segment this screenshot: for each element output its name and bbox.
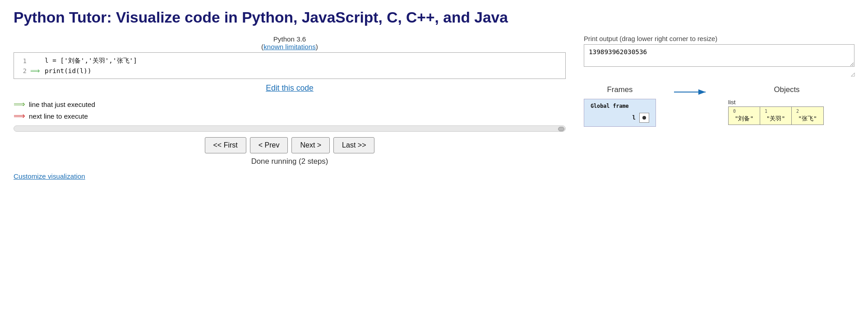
done-status: Done running (2 steps) [14,157,566,166]
scrollbar-track[interactable] [14,125,566,132]
line-num-2: 2 [18,67,27,74]
legend-green-label: line that just executed [29,101,95,108]
objects-title: Objects [728,85,845,94]
first-button[interactable]: << First [205,137,246,153]
legend-red: ⟹ next line to execute [14,111,566,121]
line-arrow-2: ⟹ [30,67,41,75]
language-label: Python 3.6 [273,35,306,43]
legend-green: ⟹ line that just executed [14,99,566,109]
code-line-1: 1 l = ['刘备','关羽','张飞'] [18,55,561,66]
list-object: list 0"刘备"1"关羽"2"张飞" [728,99,845,125]
viz-area: Frames Global frame l [584,85,854,127]
edit-this-code-link[interactable]: Edit this code [14,83,566,93]
code-line-2: 2 ⟹ print(id(l)) [18,66,561,76]
global-frame: Global frame l [584,99,656,127]
objects-column: Objects list 0"刘备"1"关羽"2"张飞" [728,85,845,125]
pointer-arrow-svg [674,85,710,99]
line-num-1: 1 [18,57,27,65]
list-cells-container: 0"刘备"1"关羽"2"张飞" [728,106,824,125]
frames-column: Frames Global frame l [584,85,656,127]
step-scrollbar[interactable] [14,125,566,132]
known-limitations-link[interactable]: known limitations [263,43,316,51]
nav-buttons: << First < Prev Next > Last >> [14,137,566,153]
list-cell: 2"张飞" [792,107,823,125]
frame-pointer-dot [642,116,646,120]
list-cell: 0"刘备" [729,107,760,125]
next-button[interactable]: Next > [291,137,330,153]
print-output-label: Print output (drag lower right corner to… [584,35,854,42]
customize-visualization-link[interactable]: Customize visualization [14,172,85,180]
resize-hint: ◿ [584,71,854,77]
global-frame-title: Global frame [591,103,649,109]
code-text-1: l = ['刘备','关羽','张飞'] [45,56,137,65]
scrollbar-thumb[interactable] [558,127,564,131]
list-cell: 1"关羽" [760,107,792,125]
legend-red-label: next line to execute [29,112,88,120]
list-type-label: list [728,99,736,106]
frame-pointer-box [639,113,649,123]
left-panel: Python 3.6 (known limitations) 1 l = ['刘… [14,35,566,180]
right-panel: Print output (drag lower right corner to… [584,35,854,127]
legend: ⟹ line that just executed ⟹ next line to… [14,99,566,121]
frames-title: Frames [584,85,656,94]
print-output-box[interactable] [584,44,854,67]
last-button[interactable]: Last >> [333,137,374,153]
arrow-connector [674,85,710,104]
frame-var-name: l [633,115,636,121]
page-title: Python Tutor: Visualize code in Python, … [14,9,854,26]
prev-button[interactable]: < Prev [250,137,288,153]
frame-variable-l: l [591,113,649,123]
code-text-2: print(id(l)) [45,67,92,74]
code-header: Python 3.6 (known limitations) [14,35,566,51]
code-box: 1 l = ['刘备','关羽','张飞'] 2 ⟹ print(id(l)) [14,52,566,79]
